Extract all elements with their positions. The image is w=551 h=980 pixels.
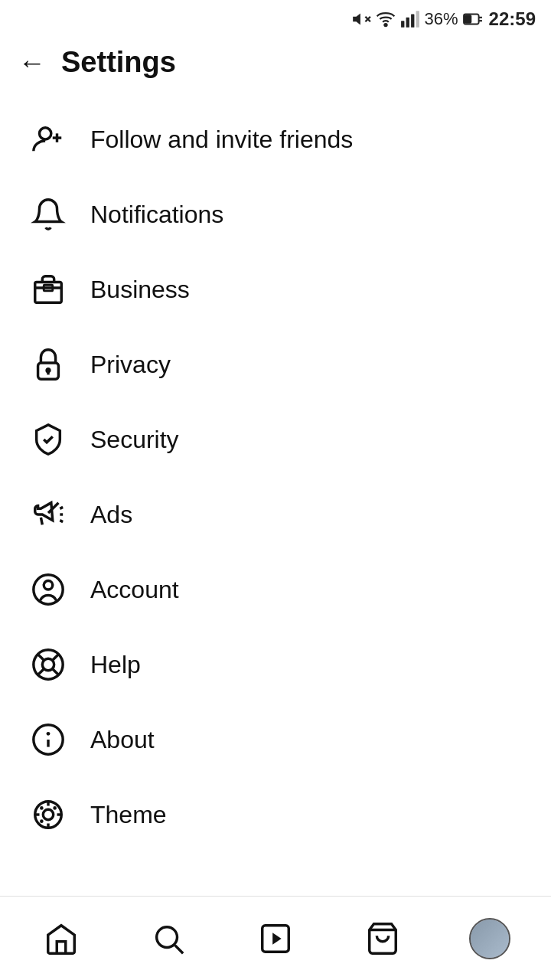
security-label: Security [90,426,179,454]
svg-point-42 [40,806,44,810]
settings-header: ← Settings [0,38,551,94]
svg-line-29 [37,654,44,660]
svg-point-44 [40,819,44,823]
settings-item-privacy[interactable]: Privacy [0,327,551,402]
svg-rect-7 [416,11,419,28]
nav-shop[interactable] [352,908,413,969]
settings-item-about[interactable]: About [0,702,551,777]
security-icon [28,419,69,460]
svg-point-45 [157,926,178,947]
settings-list: Follow and invite friends Notifications … [0,94,551,896]
settings-item-help[interactable]: Help [0,627,551,702]
settings-item-notifications[interactable]: Notifications [0,177,551,252]
status-bar: 36% 22:59 [0,0,551,38]
svg-point-37 [43,809,53,819]
settings-item-theme[interactable]: Theme [0,777,551,852]
about-label: About [90,726,155,754]
notifications-label: Notifications [90,201,223,229]
svg-rect-5 [406,18,409,28]
privacy-label: Privacy [90,351,171,379]
avatar [469,918,510,959]
ads-icon [28,494,69,535]
svg-marker-0 [353,13,360,24]
status-time: 22:59 [489,8,536,30]
privacy-icon [28,344,69,385]
help-icon [28,644,69,685]
business-icon [28,269,69,310]
settings-item-account[interactable]: Account [0,552,551,627]
svg-line-23 [60,521,63,522]
nav-reels[interactable] [245,908,306,969]
page-title: Settings [61,46,176,79]
svg-point-12 [40,128,51,139]
account-label: Account [90,576,179,604]
notifications-icon [28,194,69,235]
svg-line-24 [41,518,42,525]
svg-point-28 [42,658,54,670]
settings-item-business[interactable]: Business [0,252,551,327]
svg-rect-11 [465,15,471,23]
account-icon [28,569,69,610]
svg-line-31 [52,654,58,660]
theme-label: Theme [90,801,167,829]
bottom-nav [0,896,551,980]
svg-rect-6 [411,15,414,28]
nav-search[interactable] [138,908,199,969]
help-label: Help [90,651,141,679]
ads-label: Ads [90,501,132,529]
nav-profile[interactable] [459,908,520,969]
settings-item-follow[interactable]: Follow and invite friends [0,102,551,177]
svg-point-3 [384,24,386,26]
svg-line-21 [60,507,63,508]
svg-line-46 [175,945,184,953]
business-label: Business [90,276,190,304]
svg-rect-4 [401,21,404,28]
svg-point-26 [44,581,53,590]
svg-line-32 [37,668,44,675]
settings-item-ads[interactable]: Ads [0,477,551,552]
settings-item-security[interactable]: Security [0,402,551,477]
back-button[interactable]: ← [18,49,46,77]
about-icon [28,719,69,760]
battery-text: 36% [425,9,458,29]
svg-point-19 [47,369,50,372]
nav-home[interactable] [31,908,92,969]
follow-icon [28,119,69,160]
svg-point-43 [53,806,57,810]
status-icons: 36% [351,9,483,29]
theme-icon [28,794,69,835]
follow-label: Follow and invite friends [90,126,353,154]
svg-marker-48 [272,933,282,944]
svg-line-30 [52,668,58,675]
